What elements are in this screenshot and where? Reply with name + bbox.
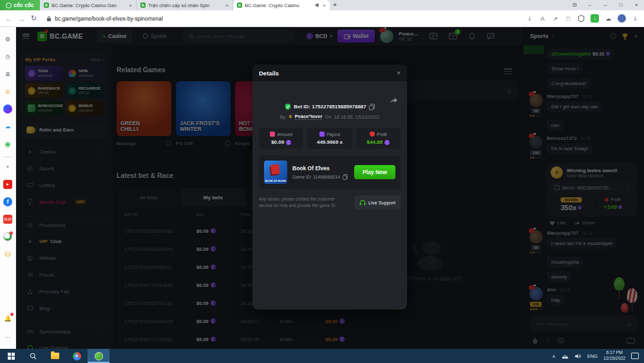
settings-gear-icon[interactable]: ⚙ xyxy=(3,35,12,44)
amount-icon xyxy=(270,132,275,137)
bet-stats: Amount $0.09 Payout 449.9969 x Profit $4… xyxy=(259,128,401,149)
bet-by-line: By ♛ Peace*lover On 18:16:55, 15/12/2022 xyxy=(252,113,407,120)
window-close-button[interactable]: × xyxy=(629,0,644,10)
calendar-icon[interactable]: 15.12 xyxy=(3,215,12,224)
tab-close-icon[interactable]: × xyxy=(323,3,326,8)
share-icon[interactable]: ↗ xyxy=(552,15,559,22)
address-bar[interactable]: bc.game/game/book-of-elves-by-spinomenal xyxy=(46,15,526,22)
game-info-box: BOOK OF ELVES Book Of Elves Game ID: 114… xyxy=(259,155,401,189)
browser-toolbar: ← → ↻ bc.game/game/book-of-elves-by-spin… xyxy=(0,10,644,27)
chrome-button[interactable] xyxy=(66,349,88,363)
stat-profit: Profit $44.85 xyxy=(356,128,401,149)
sync-icon[interactable]: ☁ xyxy=(605,15,612,22)
games-gamepad-icon[interactable]: ◉ xyxy=(3,139,12,148)
coccoc-brand-label: cốc cốc xyxy=(14,2,34,8)
headset-icon xyxy=(359,200,366,206)
by-label: By xyxy=(280,114,286,120)
share-bet-icon[interactable] xyxy=(390,97,398,104)
taskbar-search-button[interactable] xyxy=(22,349,44,363)
bet-datetime: 18:16:55, 15/12/2022 xyxy=(334,114,379,120)
new-tab-button[interactable]: + xyxy=(330,0,340,10)
hot-trends-icon[interactable]: ♕ xyxy=(3,87,12,96)
history-clock-icon[interactable]: ◷ xyxy=(3,52,12,61)
crown-icon: ♛ xyxy=(289,114,292,119)
coccoc-button-active[interactable] xyxy=(88,349,109,363)
verified-shield-icon xyxy=(285,103,291,110)
network-icon[interactable] xyxy=(562,353,569,359)
weather-cloud-icon[interactable]: ☁ xyxy=(3,122,12,131)
translate-icon[interactable]: A xyxy=(539,15,546,22)
coin-icon xyxy=(384,140,390,145)
search-icon xyxy=(30,353,37,360)
profit-icon xyxy=(370,132,375,137)
windows-taskbar: ∧ ENG 6:17 PM 12/15/2022 xyxy=(0,349,644,363)
browser-tab-2[interactable]: B Trận chiến cấp số nhân Spin × xyxy=(137,0,233,10)
live-support-button[interactable]: Live Support xyxy=(354,195,401,210)
window-maximize-button[interactable]: □ xyxy=(613,0,629,10)
more-options-icon[interactable]: … xyxy=(3,331,12,340)
modal-title: Details xyxy=(259,70,279,77)
downloader-icon[interactable]: ↓ xyxy=(591,14,599,23)
clock-date: 12/15/2022 xyxy=(603,356,625,362)
back-button[interactable]: ← xyxy=(5,15,12,23)
tab-close-icon[interactable]: × xyxy=(129,3,132,8)
volume-icon[interactable] xyxy=(574,353,582,359)
tab-favicon: B xyxy=(44,3,49,8)
browser-tab-1[interactable]: B BC.Game: Crypto Casino Gan × xyxy=(40,0,137,10)
coccoc-brand[interactable]: cốc cốc xyxy=(0,0,40,10)
taskbar-tray: ∧ ENG 6:17 PM 12/15/2022 xyxy=(552,350,644,362)
action-center-icon[interactable] xyxy=(631,353,639,359)
game-thumbnail[interactable]: BOOK OF ELVES xyxy=(264,161,287,184)
game-id-text: Game ID: 11498989214 xyxy=(292,175,340,179)
send-tab-icon[interactable]: ← xyxy=(582,0,598,10)
windows-logo-icon xyxy=(8,353,15,360)
cast-screen-icon[interactable]: ⊡ xyxy=(567,0,582,10)
football-icon[interactable] xyxy=(3,232,12,241)
modal-close-icon[interactable]: × xyxy=(397,70,401,77)
tab-title: Trận chiến cấp số nhân Spin xyxy=(148,3,223,8)
save-page-icon[interactable]: ⤓ xyxy=(526,15,533,22)
book-icon xyxy=(270,164,280,175)
tab-close-icon[interactable]: × xyxy=(225,3,229,8)
reload-button[interactable]: ↻ xyxy=(31,14,37,23)
lock-icon xyxy=(46,15,52,22)
reading-list-icon[interactable]: ≣ xyxy=(3,70,12,79)
url-text: bc.game/game/book-of-elves-by-spinomenal xyxy=(55,15,163,22)
coccoc-sidebar: ⚙ ◷ ≣ ♕ ☁ ◉ + f 15.12 ⛁ 🔔 … xyxy=(0,27,16,349)
language-indicator[interactable]: ENG xyxy=(587,353,598,359)
browser-tab-3-active[interactable]: B BC.Game: Crypto Casino × xyxy=(233,0,330,10)
file-explorer-button[interactable] xyxy=(44,349,66,363)
bet-id-text: Bet ID: 1752278515885978887 xyxy=(294,104,366,110)
facebook-icon[interactable]: f xyxy=(3,197,12,206)
browser-tab-strip: cốc cốc B BC.Game: Crypto Casino Gan × B… xyxy=(0,0,644,10)
adblock-shield-icon[interactable] xyxy=(578,15,585,22)
start-button[interactable] xyxy=(0,349,22,363)
coccoc-icon xyxy=(95,352,103,360)
payout-icon xyxy=(319,132,325,137)
forward-button[interactable]: → xyxy=(18,15,25,23)
play-now-button[interactable]: Play Now xyxy=(354,165,395,179)
copy-icon[interactable] xyxy=(369,104,375,110)
copy-icon[interactable] xyxy=(343,174,348,180)
shopping-cart-icon[interactable]: ⛁ xyxy=(3,250,12,259)
coccoc-logo-icon xyxy=(6,3,12,8)
taskbar-clock[interactable]: 6:17 PM 12/15/2022 xyxy=(603,350,625,362)
bookmark-star-icon[interactable]: □ xyxy=(565,15,572,22)
profile-avatar-icon[interactable] xyxy=(618,14,626,23)
youtube-icon[interactable] xyxy=(3,180,12,189)
tab-favicon: B xyxy=(140,3,146,8)
chrome-icon xyxy=(73,352,81,360)
screen: cốc cốc B BC.Game: Crypto Casino Gan × B… xyxy=(0,0,644,363)
modal-header: Details × xyxy=(252,64,407,81)
downloads-tray-icon[interactable]: ⤓ xyxy=(632,15,639,22)
add-shortcut-icon[interactable]: + xyxy=(3,162,12,172)
window-minimize-button[interactable]: – xyxy=(598,0,613,10)
messenger-icon[interactable] xyxy=(3,104,12,113)
notifications-bell-icon[interactable]: 🔔 xyxy=(3,314,12,323)
tab-audio-icon[interactable] xyxy=(315,3,320,8)
tray-expand-icon[interactable]: ∧ xyxy=(552,353,556,359)
folder-icon xyxy=(51,353,59,359)
bet-id-line: Bet ID: 1752278515885978887 xyxy=(252,103,407,110)
bettor-username[interactable]: Peace*lover xyxy=(295,113,323,120)
bcgame-page: B BC.GAME ♦ Casino Sports BCD ▾ xyxy=(16,27,644,349)
